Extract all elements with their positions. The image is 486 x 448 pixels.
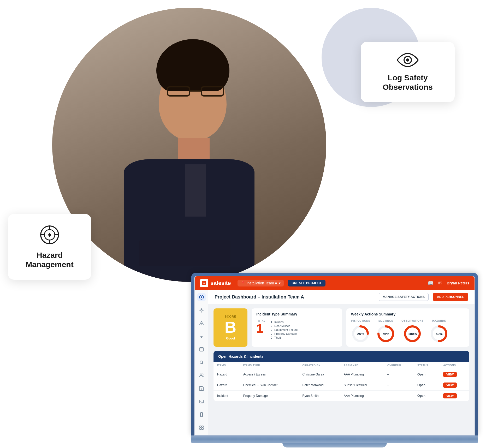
sidebar-icon-list[interactable] xyxy=(197,345,206,354)
create-project-button[interactable]: CREATE PROJECT xyxy=(288,280,325,286)
col-assigned: ASSIGNED xyxy=(340,362,384,369)
cell-type: Chemical – Skin Contact xyxy=(240,380,299,391)
total-number: 1 xyxy=(256,322,263,335)
sidebar-icon-users[interactable] xyxy=(197,371,206,380)
col-items: ITEMS xyxy=(214,362,240,369)
hazards-label: HAZARDS xyxy=(432,319,446,322)
svg-rect-34 xyxy=(202,426,203,427)
svg-point-26 xyxy=(202,374,203,375)
view-button[interactable]: VIEW xyxy=(443,372,457,377)
target-icon: ! xyxy=(39,224,60,245)
sidebar-icon-report[interactable] xyxy=(197,384,206,393)
incident-total-section: TOTAL 1 xyxy=(256,319,265,335)
action-inspections: INSPECTIONS 25% xyxy=(351,319,370,343)
cell-assigned: AAA Plumbing xyxy=(340,391,384,401)
weekly-card: Weekly Actions Summary INSPECTIONS xyxy=(346,308,469,347)
cell-action: VIEW xyxy=(440,391,469,401)
col-actions: ACTIONS xyxy=(440,362,469,369)
hazards-pct: 50% xyxy=(436,332,442,336)
meetings-label: MEETINGS xyxy=(378,319,393,322)
app-sidebar xyxy=(195,290,208,435)
incident-card-title: Incident Type Summary xyxy=(256,312,337,316)
app-ui: ≡ safesite 📍 Installation Team A ▾ CREAT… xyxy=(195,276,475,435)
weekly-actions-row: INSPECTIONS 25% xyxy=(351,319,465,343)
add-personnel-button[interactable]: ADD PERSONNEL xyxy=(433,293,468,301)
observations-donut: 100% xyxy=(403,324,422,343)
meetings-donut: 75% xyxy=(376,324,395,343)
sidebar-icon-grid[interactable] xyxy=(197,423,206,432)
sidebar-icon-settings[interactable] xyxy=(197,306,206,314)
laptop-screen-inner: ≡ safesite 📍 Installation Team A ▾ CREAT… xyxy=(194,276,475,435)
action-meetings: MEETINGS 75% xyxy=(376,319,395,343)
page-header: Project Dashboard – Installation Team A … xyxy=(208,290,475,304)
summary-row: Score B Good Incident Type Summary xyxy=(214,308,469,347)
sidebar-icon-image[interactable] xyxy=(197,397,206,406)
svg-point-16 xyxy=(201,324,202,325)
svg-point-23 xyxy=(200,361,203,363)
cell-created: Peter Morwood xyxy=(299,380,340,391)
cell-status: Open xyxy=(414,391,440,401)
person-photo-circle xyxy=(52,8,326,282)
eye-icon xyxy=(396,52,419,68)
cell-overdue: – xyxy=(384,380,414,391)
table-row: Hazard Access / Egress Christine Garza A… xyxy=(214,369,469,380)
incident-body: TOTAL 1 1Injuries xyxy=(256,319,337,339)
score-label: Score xyxy=(225,315,236,318)
sidebar-icon-dashboard[interactable] xyxy=(197,293,206,301)
svg-line-24 xyxy=(202,363,203,364)
score-grade: B xyxy=(225,319,236,335)
svg-point-1 xyxy=(406,58,409,62)
cell-status: Open xyxy=(414,380,440,391)
app-logo-text: safesite xyxy=(210,280,231,286)
col-created-by: CREATED BY xyxy=(299,362,340,369)
cell-action: VIEW xyxy=(440,369,469,380)
cell-type: Access / Egress xyxy=(240,369,299,380)
meetings-pct: 75% xyxy=(382,332,389,336)
cell-action: VIEW xyxy=(440,380,469,391)
svg-rect-33 xyxy=(200,426,201,427)
cell-assigned: AAA Plumbing xyxy=(340,369,384,380)
cell-created: Christine Garza xyxy=(299,369,340,380)
inspections-pct: 25% xyxy=(357,332,364,336)
table-row: Incident Property Damage Ryan Smith AAA … xyxy=(214,391,469,401)
envelope-icon[interactable]: ✉ xyxy=(438,280,442,286)
scene: Log Safety Observations ! Hazard Managem… xyxy=(0,0,486,448)
laptop: ≡ safesite 📍 Installation Team A ▾ CREAT… xyxy=(191,273,478,443)
manage-safety-actions-button[interactable]: MANAGE SAFETY ACTIONS xyxy=(379,293,429,301)
action-hazards: HAZARDS 50% xyxy=(430,319,448,343)
cell-overdue: – xyxy=(384,391,414,401)
cell-item: Hazard xyxy=(214,380,240,391)
sidebar-icon-alert[interactable] xyxy=(197,319,206,327)
list-item: 0Equipment Failure xyxy=(271,328,298,331)
incident-card: Incident Type Summary TOTAL 1 xyxy=(252,308,342,347)
sidebar-icon-phone[interactable] xyxy=(197,410,206,419)
view-button[interactable]: VIEW xyxy=(443,393,457,398)
app-nav-right: 📖 ✉ Bryan Peters xyxy=(428,280,469,286)
observations-label: OBSERVATIONS xyxy=(401,319,423,322)
view-button[interactable]: VIEW xyxy=(443,383,457,388)
list-item: 0Near Misses xyxy=(271,324,298,327)
laptop-base xyxy=(191,435,478,443)
laptop-screen-outer: ≡ safesite 📍 Installation Team A ▾ CREAT… xyxy=(191,273,478,435)
col-overdue: OVERDUE xyxy=(384,362,414,369)
cell-assigned: Sunset Electrical xyxy=(340,380,384,391)
svg-text:≡: ≡ xyxy=(203,282,205,285)
book-icon[interactable]: 📖 xyxy=(428,280,434,286)
sidebar-icon-filter[interactable] xyxy=(197,332,206,341)
dashboard-content: Score B Good Incident Type Summary xyxy=(208,304,475,405)
svg-rect-20 xyxy=(200,348,203,351)
hazards-table: ITEMS ITEMS TYPE CREATED BY ASSIGNED OVE… xyxy=(214,362,469,401)
app-logo: ≡ safesite xyxy=(200,279,231,287)
card-hazard: ! Hazard Management xyxy=(8,214,91,280)
nav-user-name: Bryan Peters xyxy=(447,281,469,285)
app-location-selector[interactable]: 📍 Installation Team A ▾ xyxy=(238,280,284,286)
hazards-donut: 50% xyxy=(430,324,448,343)
table-header-row: ITEMS ITEMS TYPE CREATED BY ASSIGNED OVE… xyxy=(214,362,469,369)
app-body: Project Dashboard – Installation Team A … xyxy=(195,290,475,435)
cell-created: Ryan Smith xyxy=(299,391,340,401)
incident-breakdown: 1Injuries 0Near Misses 0Equipment Failur… xyxy=(271,319,298,339)
list-item: 0Theft xyxy=(271,336,298,339)
sidebar-icon-search[interactable] xyxy=(197,358,206,367)
log-safety-title: Log Safety Observations xyxy=(383,73,433,92)
cell-status: Open xyxy=(414,369,440,380)
